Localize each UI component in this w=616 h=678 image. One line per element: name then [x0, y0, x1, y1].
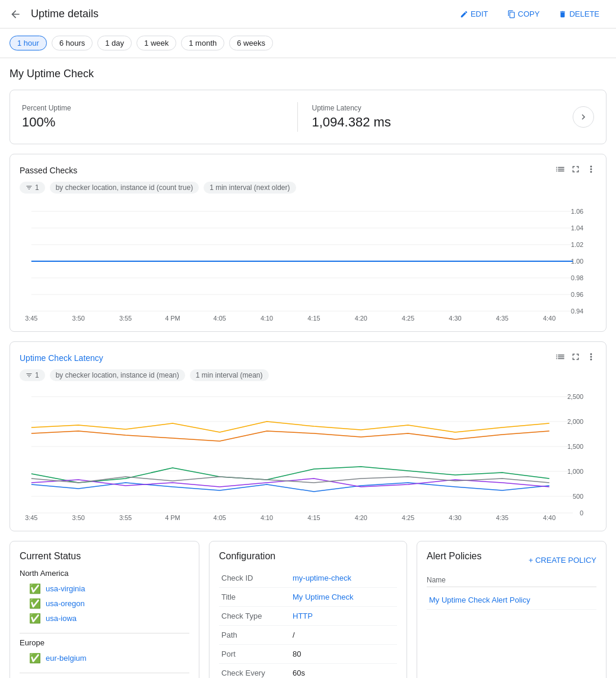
config-value-port: 80	[290, 645, 397, 664]
config-value-title[interactable]: My Uptime Check	[290, 588, 397, 607]
svg-text:4:15: 4:15	[307, 315, 320, 322]
config-row-checktype: Check Type HTTP	[219, 607, 397, 626]
filter-chip-1[interactable]: 1	[20, 182, 45, 194]
svg-text:3:55: 3:55	[119, 514, 132, 521]
status-item-virginia: ✅ usa-virginia	[20, 581, 189, 596]
config-value-checktype[interactable]: HTTP	[290, 607, 397, 626]
summary-next-button[interactable]	[573, 106, 594, 128]
config-row-checkid: Check ID my-uptime-check	[219, 569, 397, 588]
svg-text:4:40: 4:40	[543, 315, 555, 322]
expand-icon[interactable]	[570, 164, 581, 177]
tab-1week[interactable]: 1 week	[136, 36, 176, 50]
europe-group: Europe ✅ eur-belgium	[20, 638, 189, 666]
link-iowa[interactable]: usa-iowa	[46, 614, 77, 623]
latency-section: Uptime Latency 1,094.382 ms	[312, 104, 573, 130]
current-status-title: Current Status	[20, 551, 189, 562]
north-america-label: North America	[20, 569, 189, 578]
link-belgium[interactable]: eur-belgium	[46, 654, 87, 663]
alert-policies-title: Alert Policies	[427, 551, 481, 562]
tab-1day[interactable]: 1 day	[97, 36, 132, 50]
bottom-panels: Current Status North America ✅ usa-virgi…	[9, 541, 607, 678]
svg-text:4 PM: 4 PM	[165, 514, 180, 521]
time-tabs: 1 hour 6 hours 1 day 1 week 1 month 6 we…	[0, 28, 616, 58]
config-value-checkid[interactable]: my-uptime-check	[290, 569, 397, 588]
latency-expand-icon[interactable]	[570, 351, 581, 365]
check-icon-virginia: ✅	[29, 583, 41, 594]
alert-header: Alert Policies + CREATE POLICY	[427, 551, 596, 569]
svg-text:4:15: 4:15	[307, 514, 320, 521]
config-row-port: Port 80	[219, 645, 397, 664]
divider-2	[20, 673, 189, 673]
edit-button[interactable]: EDIT	[453, 6, 496, 22]
check-title: My Uptime Check	[9, 68, 607, 80]
svg-text:4:10: 4:10	[261, 315, 273, 322]
link-oregon[interactable]: usa-oregon	[46, 599, 85, 608]
alert-policies-panel: Alert Policies + CREATE POLICY Name My U…	[417, 541, 607, 678]
divider-1	[20, 633, 189, 633]
north-america-group: North America ✅ usa-virginia ✅ usa-orego…	[20, 569, 189, 626]
alert-item-0[interactable]: My Uptime Check Alert Policy	[427, 591, 596, 610]
latency-label: Uptime Latency	[312, 104, 573, 112]
config-value-path: /	[290, 626, 397, 645]
passed-checks-title: Passed Checks	[20, 166, 77, 175]
svg-text:3:50: 3:50	[72, 315, 85, 322]
tab-1month[interactable]: 1 month	[181, 36, 224, 50]
latency-filter-2[interactable]: by checker location, instance id (mean)	[50, 369, 185, 381]
svg-text:4:20: 4:20	[355, 315, 367, 322]
tab-1hour[interactable]: 1 hour	[9, 36, 47, 50]
latency-card: Uptime Check Latency 1 by checker locati…	[9, 341, 607, 531]
header: Uptime details EDIT COPY DELETE	[0, 0, 616, 28]
link-virginia[interactable]: usa-virginia	[46, 584, 85, 593]
svg-text:3:45: 3:45	[25, 315, 37, 322]
latency-value: 1,094.382 ms	[312, 115, 573, 130]
tab-6weeks[interactable]: 6 weeks	[229, 36, 273, 50]
svg-text:4 PM: 4 PM	[165, 315, 180, 322]
summary-divider	[297, 102, 298, 132]
config-label-checkevery: Check Every	[219, 664, 290, 679]
list-icon[interactable]	[555, 164, 566, 177]
europe-label: Europe	[20, 638, 189, 647]
svg-text:4:40: 4:40	[543, 514, 555, 521]
latency-header: Uptime Check Latency	[20, 351, 596, 365]
config-row-checkevery: Check Every 60s	[219, 664, 397, 679]
latency-filters: 1 by checker location, instance id (mean…	[20, 369, 596, 381]
copy-button[interactable]: COPY	[500, 6, 547, 22]
alert-col-name: Name	[427, 574, 596, 587]
filter-chip-2[interactable]: by checker location, instance id (count …	[50, 182, 199, 194]
filter-chip-3[interactable]: 1 min interval (next older)	[204, 182, 296, 194]
delete-button[interactable]: DELETE	[551, 6, 607, 22]
passed-checks-card: Passed Checks 1 by checker location, ins…	[9, 154, 607, 332]
svg-text:4:05: 4:05	[214, 514, 226, 521]
latency-list-icon[interactable]	[555, 351, 566, 365]
svg-text:4:35: 4:35	[496, 514, 509, 521]
latency-more-icon[interactable]	[586, 351, 596, 365]
configuration-title: Configuration	[219, 551, 397, 562]
svg-text:3:55: 3:55	[119, 315, 132, 322]
latency-chart-icons	[555, 351, 596, 365]
latency-filter-3[interactable]: 1 min interval (mean)	[190, 369, 269, 381]
percent-label: Percent Uptime	[22, 104, 283, 112]
current-status-panel: Current Status North America ✅ usa-virgi…	[9, 541, 199, 678]
check-icon-belgium: ✅	[29, 652, 41, 664]
configuration-panel: Configuration Check ID my-uptime-check T…	[209, 541, 407, 678]
check-icon-oregon: ✅	[29, 598, 41, 609]
config-label-path: Path	[219, 626, 290, 645]
svg-text:0: 0	[580, 509, 583, 517]
config-row-path: Path /	[219, 626, 397, 645]
config-label-checkid: Check ID	[219, 569, 290, 588]
more-icon[interactable]	[586, 164, 596, 177]
svg-text:4:25: 4:25	[402, 315, 414, 322]
create-policy-button[interactable]: + CREATE POLICY	[529, 556, 596, 565]
latency-filter-1[interactable]: 1	[20, 369, 45, 381]
passed-checks-svg: 1.06 1.04 1.02 1.00 0.98 0.96 0.94 3:45	[20, 203, 596, 322]
back-button[interactable]	[9, 8, 21, 20]
chart-icons	[555, 164, 596, 177]
header-actions: EDIT COPY DELETE	[453, 6, 607, 22]
svg-text:4:20: 4:20	[355, 514, 367, 521]
passed-checks-header: Passed Checks	[20, 164, 596, 177]
status-item-iowa: ✅ usa-iowa	[20, 611, 189, 626]
svg-text:4:30: 4:30	[449, 315, 461, 322]
latency-svg: 2,500 2,000 1,500 1,000 500 0	[20, 391, 596, 521]
tab-6hours[interactable]: 6 hours	[52, 36, 93, 50]
status-item-oregon: ✅ usa-oregon	[20, 596, 189, 611]
